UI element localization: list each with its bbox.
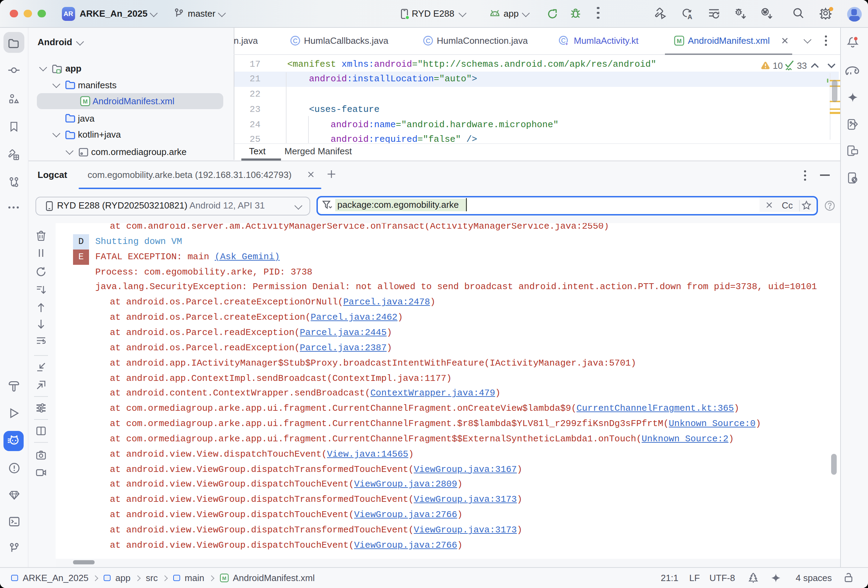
svg-text:C: C [426,38,431,44]
svg-text:A: A [688,13,692,20]
svg-text:M: M [83,98,88,105]
svg-text:C: C [293,38,298,44]
svg-text:C: C [561,37,566,44]
svg-text:M: M [677,38,682,44]
svg-text:M: M [222,575,226,581]
